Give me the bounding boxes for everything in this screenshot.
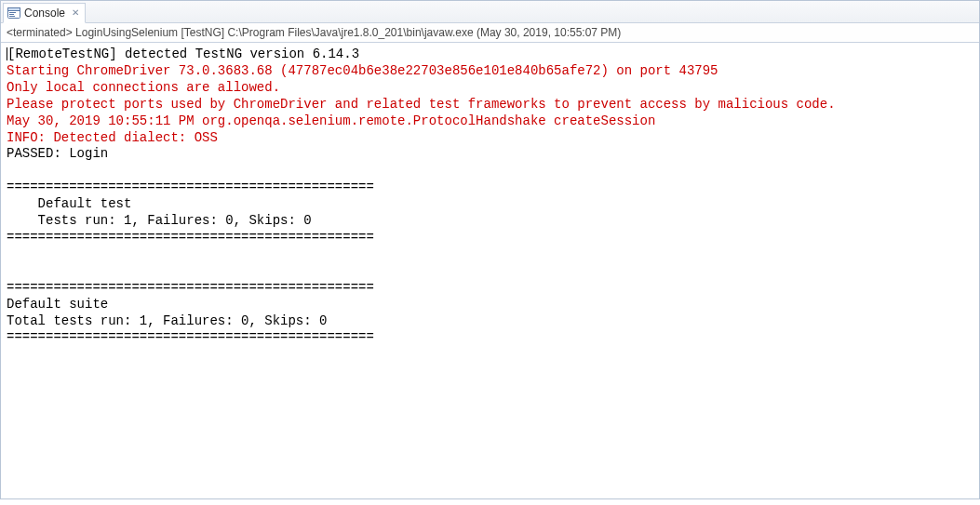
console-line (7, 163, 973, 179)
svg-rect-2 (9, 12, 16, 13)
launch-info-text: <terminated> LoginUsingSelenium [TestNG]… (7, 26, 621, 39)
launch-info-bar: <terminated> LoginUsingSelenium [TestNG]… (1, 23, 979, 43)
console-line: Default suite (7, 297, 973, 313)
console-line: Tests run: 1, Failures: 0, Skips: 0 (7, 213, 973, 230)
tab-label: Console (24, 7, 65, 20)
tab-console[interactable]: Console ✕ (3, 3, 86, 23)
console-line: Only local connections are allowed. (7, 80, 973, 97)
console-line: ========================================… (7, 329, 973, 346)
console-view-container: Console ✕ <terminated> LoginUsingSeleniu… (0, 0, 980, 499)
svg-rect-3 (9, 14, 14, 15)
console-line: PASSED: Login (7, 146, 973, 163)
console-line: ========================================… (7, 230, 973, 246)
console-line: Default test (7, 196, 973, 213)
console-line (7, 263, 973, 280)
console-line: ========================================… (7, 280, 973, 297)
svg-rect-1 (8, 8, 20, 11)
console-line: Total tests run: 1, Failures: 0, Skips: … (7, 313, 973, 330)
console-line: May 30, 2019 10:55:11 PM org.openqa.sele… (7, 113, 973, 130)
console-line: Please protect ports used by ChromeDrive… (7, 97, 973, 113)
console-icon (7, 7, 20, 19)
console-line: ========================================… (7, 179, 973, 196)
console-line: [RemoteTestNG] detected TestNG version 6… (7, 47, 973, 63)
tab-bar: Console ✕ (1, 1, 979, 23)
console-line: INFO: Detected dialect: OSS (7, 130, 973, 147)
console-line (7, 246, 973, 263)
console-output[interactable]: [RemoteTestNG] detected TestNG version 6… (1, 43, 979, 498)
svg-rect-4 (9, 16, 15, 17)
console-line: Starting ChromeDriver 73.0.3683.68 (4778… (7, 63, 973, 80)
close-icon[interactable]: ✕ (72, 8, 79, 18)
